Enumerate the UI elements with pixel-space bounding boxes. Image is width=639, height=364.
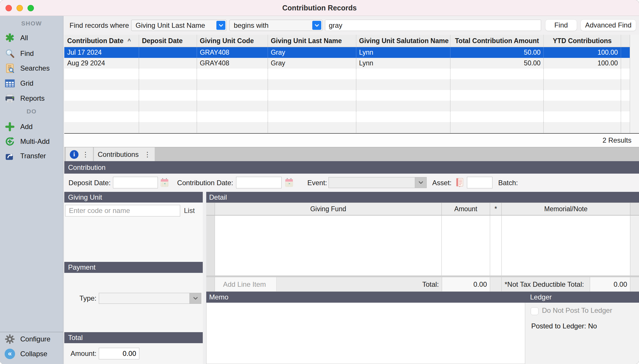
contribution-date-input[interactable]: [236, 177, 282, 188]
giving-fund-cell[interactable]: [215, 216, 442, 275]
chevron-down-icon[interactable]: [415, 177, 426, 188]
column-header-contribution-date[interactable]: Contribution Date ^: [64, 35, 139, 47]
table-header-row: Contribution Date ^ Deposit Date Giving …: [64, 35, 630, 47]
column-header-giving-unit-last-name[interactable]: Giving Unit Last Name: [268, 35, 356, 47]
plus-icon: [4, 121, 16, 133]
transfer-icon: [4, 150, 16, 162]
ledger-panel: Do Not Post To Ledger Posted to Ledger: …: [525, 303, 639, 364]
memo-textarea[interactable]: [206, 303, 525, 364]
column-header-giving-unit-salutation-name[interactable]: Giving Unit Salutation Name: [356, 35, 451, 47]
detail-column-memorial-note: Memorial/Note: [502, 203, 630, 215]
results-count: 2 Results: [603, 134, 631, 147]
total-amount-label: Amount:: [64, 348, 96, 359]
search-field-dropdown[interactable]: Giving Unit Last Name: [131, 20, 227, 31]
giving-unit-code-input[interactable]: [65, 205, 180, 216]
detail-grid-body[interactable]: [206, 216, 639, 275]
vertical-scrollbar[interactable]: [630, 35, 639, 133]
amount-cell[interactable]: [442, 216, 490, 275]
main-area: Find records where Giving Unit Last Name…: [63, 16, 639, 364]
chevron-down-icon[interactable]: [189, 293, 201, 304]
memorial-note-cell[interactable]: [502, 216, 630, 275]
detail-grid-header: Giving Fund Amount * Memorial/Note: [206, 203, 639, 216]
deposit-date-input[interactable]: [113, 177, 158, 188]
column-header-deposit-date[interactable]: Deposit Date: [139, 35, 197, 47]
sidebar-item-find[interactable]: Find: [0, 47, 63, 60]
collapse-icon: «: [4, 348, 16, 360]
total-section-header: Total: [64, 332, 203, 343]
search-operator-dropdown[interactable]: begins with: [229, 20, 322, 31]
chevron-down-icon[interactable]: [216, 21, 225, 30]
not-tax-deductible-total-value: 0.00: [590, 277, 630, 291]
detail-total-label: Total:: [277, 277, 442, 291]
contribution-form-row: Deposit Date: Contribution Date: Event: …: [63, 174, 639, 192]
sidebar-item-multi-add[interactable]: Multi-Add: [0, 135, 63, 148]
detail-column-not-deductible-flag: *: [490, 203, 502, 215]
list-button[interactable]: List: [184, 205, 195, 216]
detail-section-header: Detail: [206, 192, 639, 203]
add-line-item-button[interactable]: Add Line Item: [215, 277, 277, 291]
info-tab[interactable]: i ⋮: [66, 147, 93, 161]
sidebar-item-reports[interactable]: Reports: [0, 92, 63, 105]
column-header-giving-unit-code[interactable]: Giving Unit Code: [197, 35, 268, 47]
sidebar-item-grid[interactable]: Grid: [0, 77, 63, 90]
sidebar-item-collapse[interactable]: « Collapse: [0, 348, 63, 360]
app-window: Contribution Records SHOW ✱ All Find Sea…: [0, 0, 639, 364]
not-tax-deductible-total-label: *Not Tax Deductible Total:: [502, 277, 590, 291]
payment-type-label: Type:: [64, 293, 96, 304]
results-table: Contribution Date ^ Deposit Date Giving …: [64, 35, 639, 134]
sidebar-item-configure[interactable]: Configure: [0, 333, 63, 345]
search-query-input[interactable]: [325, 20, 541, 31]
sidebar-divider: [0, 332, 63, 332]
sidebar-show-header: SHOW: [0, 20, 63, 27]
sort-ascending-icon: ^: [127, 38, 131, 44]
do-not-post-checkbox[interactable]: [531, 307, 538, 315]
saved-search-icon: [4, 62, 16, 74]
results-band: 2 Results: [64, 134, 639, 147]
saved-search-icon-item[interactable]: Searches: [0, 62, 63, 75]
magnifier-icon: [4, 48, 16, 59]
calendar-icon[interactable]: [285, 177, 293, 188]
chevron-down-icon[interactable]: [312, 21, 321, 30]
table-row-empty: [64, 101, 630, 111]
detail-row-handle-header: [206, 203, 215, 215]
sidebar-item-add[interactable]: Add: [0, 120, 63, 133]
table-row-empty: [64, 69, 630, 79]
giving-unit-section-header: Giving Unit: [64, 192, 203, 203]
total-panel: Amount:: [64, 343, 203, 364]
total-amount-input[interactable]: [99, 348, 139, 359]
column-header-ytd-contributions[interactable]: YTD Contributions: [544, 35, 621, 47]
asset-lookup-icon[interactable]: [455, 177, 464, 188]
detail-scroll-strip: [630, 216, 639, 275]
contribution-date-label: Contribution Date:: [168, 174, 233, 192]
find-button[interactable]: Find: [545, 19, 577, 31]
sidebar: SHOW ✱ All Find Searches Grid: [0, 16, 63, 364]
table-row-selected[interactable]: Jul 17 2024 GRAY408 Gray Lynn 50.00 100.…: [64, 47, 630, 58]
sidebar-do-header: DO: [0, 108, 63, 115]
event-label: Event:: [301, 174, 327, 192]
deposit-date-label: Deposit Date:: [67, 174, 111, 192]
tab-contributions[interactable]: Contributions ⋮: [94, 147, 155, 161]
asset-input[interactable]: [467, 177, 492, 188]
asset-label: Asset:: [431, 174, 452, 192]
overflow-menu-icon[interactable]: ⋮: [144, 151, 151, 158]
ledger-section-header: Ledger: [530, 293, 552, 301]
payment-section-header: Payment: [64, 262, 203, 273]
window-title: Contribution Records: [0, 0, 639, 16]
table-row-empty: [64, 122, 630, 133]
not-deductible-flag-cell[interactable]: [490, 216, 502, 275]
table-row-empty: [64, 79, 630, 90]
printer-icon: [4, 93, 16, 104]
sidebar-item-transfer[interactable]: Transfer: [0, 150, 63, 162]
sidebar-item-all[interactable]: ✱ All: [0, 32, 63, 44]
overflow-menu-icon[interactable]: ⋮: [82, 151, 89, 158]
detail-grid: Giving Fund Amount * Memorial/Note Add L…: [206, 203, 639, 292]
contribution-section-header: Contribution: [64, 161, 639, 174]
do-not-post-label: Do Not Post To Ledger: [542, 306, 612, 315]
event-dropdown[interactable]: [328, 177, 427, 188]
detail-header-spacer: [630, 203, 639, 215]
column-header-total-contribution-amount[interactable]: Total Contribution Amount: [450, 35, 544, 47]
advanced-find-button[interactable]: Advanced Find: [580, 19, 636, 31]
multi-add-icon: [4, 136, 16, 147]
table-row[interactable]: Aug 29 2024 GRAY408 Gray Lynn 50.00 100.…: [64, 58, 630, 69]
payment-type-dropdown[interactable]: [99, 293, 201, 304]
